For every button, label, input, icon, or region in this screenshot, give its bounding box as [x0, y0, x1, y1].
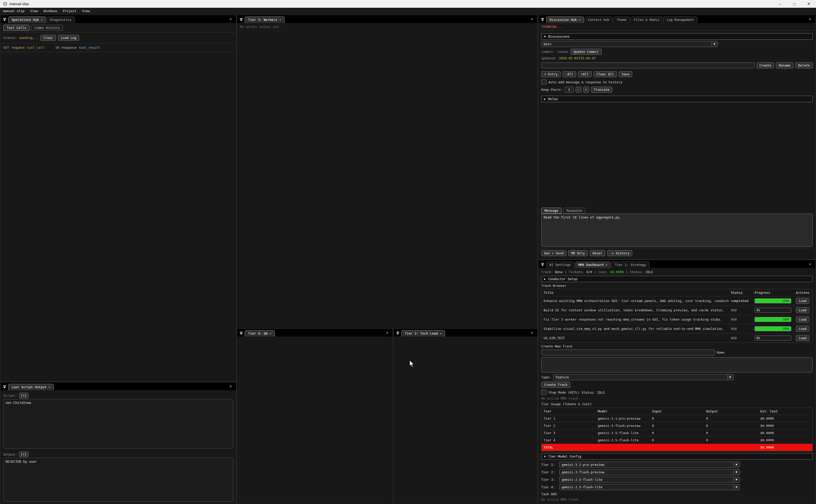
dock-menu-icon[interactable] [2, 17, 7, 22]
decrement-button[interactable]: - [576, 87, 581, 93]
md-only-button[interactable]: MD Only [568, 250, 588, 256]
tab-message[interactable]: Message [541, 208, 562, 214]
log-type-tool-call: tool_call [27, 46, 44, 50]
tab-response[interactable]: Response [563, 208, 585, 214]
rename-button[interactable]: Rename [776, 62, 793, 68]
tab-theme[interactable]: Theme [613, 17, 630, 23]
panel-close-icon[interactable]: ✕ [529, 331, 535, 336]
panel-close-icon[interactable]: ✕ [807, 262, 813, 267]
usage-output: 0 [704, 437, 758, 444]
load-track-button[interactable]: Load [796, 326, 809, 332]
menu-item-windows[interactable]: Windows [44, 9, 57, 13]
tab-close-icon[interactable]: ✕ [41, 18, 43, 21]
expand-all-button[interactable]: +All [578, 71, 592, 77]
update-commit-button[interactable]: Update Commit [571, 49, 602, 55]
reset-button[interactable]: Reset [590, 250, 605, 256]
tab-tool-calls[interactable]: Tool Calls [3, 25, 29, 31]
tab-context-hub[interactable]: Context Hub [585, 17, 613, 23]
tab-discussion-hub[interactable]: Discussion Hub ✕ [546, 17, 584, 23]
clear-button[interactable]: Clear [41, 35, 56, 41]
truncate-button[interactable]: Truncate [591, 87, 612, 93]
tab-diagnostics[interactable]: Diagnostics [47, 17, 75, 23]
tab-comms-history[interactable]: Comms History [31, 25, 63, 31]
to-history-button[interactable]: -> History [607, 250, 632, 256]
discussion-name-input[interactable] [541, 62, 755, 68]
tab-last-script-output[interactable]: Last Script Output ✕ [8, 384, 54, 390]
dock-menu-icon[interactable] [2, 384, 7, 390]
conductor-setup-header[interactable]: ▶ Conductor Setup [541, 276, 813, 282]
menubar: manual slop View Windows Project View [0, 8, 816, 14]
dock-menu-icon[interactable] [540, 17, 545, 22]
panel-close-icon[interactable]: ✕ [384, 331, 390, 336]
tab-close-icon[interactable]: ✕ [440, 332, 442, 335]
track-type-select[interactable]: feature ▼ [553, 374, 734, 380]
tab-close-icon[interactable]: ✕ [579, 18, 580, 21]
tab-operations-hub[interactable]: Operations Hub ✕ [8, 17, 46, 23]
minimize-icon[interactable]: – [773, 0, 787, 8]
collapse-all-button[interactable]: -All [563, 71, 576, 77]
progress-label: 100% [782, 318, 789, 321]
tab-close-icon[interactable]: ✕ [270, 332, 271, 335]
gen-send-button[interactable]: Gen + Send [541, 250, 566, 256]
create-track-button[interactable]: Create Track [541, 382, 570, 388]
usage-output: 0 [704, 422, 758, 429]
tab-mma-dashboard[interactable]: MMA Dashboard ✕ [575, 262, 611, 268]
output-box[interactable]: REJECTED by user [3, 458, 233, 502]
panel-close-icon[interactable]: ✕ [228, 384, 234, 389]
dock-menu-icon[interactable] [238, 330, 244, 336]
tab-tier4-qa[interactable]: Tier 4: QA ✕ [245, 330, 275, 337]
tab-tier1-strategy[interactable]: Tier 1: Strategy [611, 262, 649, 268]
tier4-model-select[interactable]: gemini-2.5-flash-lite ▼ [559, 484, 740, 490]
tab-tier3-workers[interactable]: Tier 3: Workers ✕ [245, 17, 285, 23]
delete-button[interactable]: Delete [795, 62, 813, 68]
step-mode-checkbox[interactable] [541, 390, 546, 395]
tab-close-icon[interactable]: ✕ [606, 263, 608, 266]
tier-model-config-header[interactable]: ▼ Tier Model Config [541, 453, 813, 460]
clear-all-button[interactable]: Clear All [594, 71, 617, 77]
section-title: Tier Model Config [548, 454, 581, 458]
keep-pairs-input[interactable] [565, 87, 573, 93]
menu-item-view-2[interactable]: View [82, 9, 90, 13]
load-track-button[interactable]: Load [796, 335, 809, 341]
tab-close-icon[interactable]: ✕ [49, 385, 50, 389]
panel-close-icon[interactable]: ✕ [529, 17, 535, 22]
roles-section-header[interactable]: ▶ Roles [541, 96, 813, 102]
script-expand-button[interactable]: [+] [19, 393, 29, 398]
track-description-textarea[interactable] [541, 357, 813, 372]
tab-close-icon[interactable]: ✕ [279, 18, 281, 21]
tab-files-media[interactable]: Files & Media [631, 17, 663, 23]
load-track-button[interactable]: Load [796, 307, 809, 313]
tool-call-log-entry[interactable]: OUT request tool_call IN response tool_r… [3, 46, 233, 50]
create-button[interactable]: Create [757, 62, 774, 68]
load-track-button[interactable]: Load [796, 298, 809, 304]
dock-menu-icon[interactable] [540, 262, 545, 267]
panel-close-icon[interactable]: ✕ [228, 17, 234, 22]
menu-item-manual-slop[interactable]: manual slop [3, 9, 25, 13]
close-icon[interactable]: ✕ [802, 0, 816, 8]
menu-item-project[interactable]: Project [63, 9, 77, 13]
save-button[interactable]: Save [619, 71, 632, 77]
discussion-select[interactable]: main ▼ [541, 41, 718, 47]
load-log-button[interactable]: Load Log [58, 35, 79, 41]
message-textarea[interactable]: Read the first 10 lines of aggregate.py. [541, 214, 813, 247]
tier2-model-select[interactable]: gemini-3-flash-preview ▼ [559, 469, 740, 475]
script-box[interactable]: Get-ChildItem [3, 399, 233, 449]
dock-menu-icon[interactable] [238, 17, 244, 22]
maximize-icon[interactable]: □ [787, 0, 802, 8]
panel-close-icon[interactable]: ✕ [807, 17, 813, 22]
tab-label: AI Settings [550, 263, 571, 267]
dock-menu-icon[interactable] [395, 330, 401, 336]
tier1-model-select[interactable]: gemini-3.1-pro-preview ▼ [559, 462, 740, 468]
tier3-model-select[interactable]: gemini-2.5-flash-lite ▼ [559, 477, 740, 483]
auto-add-checkbox[interactable] [541, 79, 546, 85]
tab-tier2-tech-lead[interactable]: Tier 2: Tech Lead ✕ [401, 330, 445, 337]
tab-ai-settings[interactable]: AI Settings [546, 262, 574, 268]
track-name-input[interactable] [541, 349, 715, 355]
add-entry-button[interactable]: + Entry [541, 71, 561, 77]
output-expand-button[interactable]: [+] [19, 452, 29, 457]
discussions-section-header[interactable]: ▼ Discussions [541, 33, 813, 40]
load-track-button[interactable]: Load [796, 316, 809, 322]
increment-button[interactable]: + [583, 87, 589, 93]
tab-log-management[interactable]: Log Management [663, 17, 697, 23]
menu-item-view[interactable]: View [30, 9, 38, 13]
